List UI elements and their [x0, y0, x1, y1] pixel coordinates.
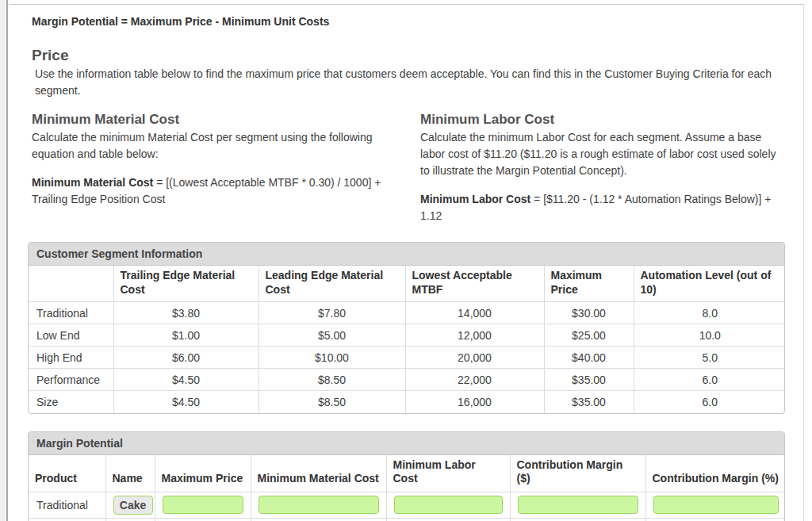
material-cost-column: Minimum Material Cost Calculate the mini…	[32, 112, 390, 224]
product-name-field[interactable]: Cake	[113, 496, 153, 515]
cell: $35.00	[544, 391, 634, 413]
row-label: High End	[29, 347, 113, 369]
cell: $40.00	[544, 347, 634, 369]
cell: $3.80	[113, 302, 259, 324]
cell	[386, 492, 510, 518]
column-header-maximum-price: Maximum Price	[155, 455, 251, 492]
two-column-section: Minimum Material Cost Calculate the mini…	[32, 112, 785, 224]
customer-segment-table: Trailing Edge Material Cost Leading Edge…	[29, 266, 786, 413]
material-equation-label: Minimum Material Cost	[32, 176, 153, 189]
column-header-contribution-margin-dollars: Contribution Margin ($)	[510, 455, 645, 492]
column-header-mtbf: Lowest Acceptable MTBF	[405, 266, 544, 302]
column-header-name: Name	[105, 455, 155, 492]
table-row-performance: Performance $4.50 $8.50 22,000 $35.00 6.…	[29, 369, 786, 391]
price-description: Use the information table below to find …	[35, 66, 784, 99]
margin-row-traditional: Traditional Cake	[29, 492, 786, 518]
cell: $30.00	[544, 302, 634, 324]
cell: 6.0	[634, 369, 786, 391]
column-header-min-material-cost: Minimum Material Cost	[251, 455, 386, 492]
content-panel: Margin Potential = Maximum Price - Minim…	[10, 4, 804, 521]
cell: $8.50	[259, 369, 405, 391]
row-label: Traditional	[29, 492, 105, 518]
table-row-low-end: Low End $1.00 $5.00 12,000 $25.00 10.0	[29, 324, 786, 347]
column-header-min-labor-cost: Minimum Labor Cost	[386, 455, 510, 492]
table-row-size: Size $4.50 $8.50 16,000 $35.00 6.0	[29, 391, 786, 413]
cell	[645, 492, 786, 518]
cell: $6.00	[113, 347, 259, 369]
max-price-input[interactable]	[163, 496, 243, 514]
page-title: Margin Potential = Maximum Price - Minim…	[32, 15, 785, 28]
margin-header-row: Product Name Maximum Price Minimum Mater…	[29, 455, 786, 492]
cell: $7.80	[259, 302, 405, 324]
material-cost-description: Calculate the minimum Material Cost per …	[32, 129, 390, 163]
cell	[251, 492, 386, 518]
cell: 12,000	[405, 324, 544, 347]
margin-potential-table: Product Name Maximum Price Minimum Mater…	[29, 455, 786, 521]
cell: Cake	[105, 492, 155, 518]
cell	[155, 492, 251, 518]
page-left-gutter	[0, 0, 8, 521]
row-label: Size	[29, 391, 113, 413]
cell: 22,000	[405, 369, 544, 391]
cell: $35.00	[544, 369, 634, 391]
cell: 10.0	[634, 324, 786, 347]
labor-cost-heading: Minimum Labor Cost	[420, 112, 785, 128]
segment-header-row: Trailing Edge Material Cost Leading Edge…	[29, 266, 786, 302]
min-labor-cost-input[interactable]	[394, 496, 503, 514]
column-header-blank	[29, 266, 113, 302]
cell: 8.0	[634, 302, 786, 324]
cell	[510, 492, 645, 518]
column-header-contribution-margin-percent: Contribution Margin (%)	[645, 455, 786, 492]
contribution-margin-dollars-input[interactable]	[518, 496, 638, 514]
material-cost-heading: Minimum Material Cost	[32, 112, 390, 128]
labor-cost-description: Calculate the minimum Labor Cost for eac…	[420, 129, 785, 179]
cell: $8.50	[259, 391, 405, 413]
labor-equation-label: Minimum Labor Cost	[420, 193, 530, 205]
cell: Ceda	[105, 518, 155, 521]
column-header-product: Product	[29, 455, 105, 492]
cell: $5.00	[259, 324, 405, 347]
cell: $4.50	[113, 391, 259, 413]
min-material-cost-input[interactable]	[259, 496, 379, 514]
labor-cost-column: Minimum Labor Cost Calculate the minimum…	[420, 112, 785, 224]
cell: 16,000	[405, 391, 544, 413]
cell	[155, 518, 251, 521]
table-row-high-end: High End $6.00 $10.00 20,000 $40.00 5.0	[29, 347, 786, 369]
margin-potential-panel: Margin Potential Product Name Maximum Pr…	[28, 431, 785, 521]
cell: $10.00	[259, 347, 405, 369]
cell	[645, 518, 786, 521]
cell	[510, 518, 645, 521]
column-header-max-price: Maximum Price	[544, 266, 634, 302]
customer-segment-panel-title: Customer Segment Information	[29, 243, 784, 266]
material-cost-equation: Minimum Material Cost = [(Lowest Accepta…	[32, 174, 390, 208]
column-header-trailing-edge: Trailing Edge Material Cost	[113, 266, 259, 302]
cell: $1.00	[113, 324, 259, 347]
row-label: Low End	[29, 518, 105, 521]
cell: 6.0	[634, 391, 786, 413]
row-label: Traditional	[29, 302, 113, 324]
column-header-leading-edge: Leading Edge Material Cost	[259, 266, 405, 302]
margin-row-low-end: Low End Ceda	[29, 518, 786, 521]
row-label: Low End	[29, 324, 113, 347]
cell	[251, 518, 386, 521]
cell: 5.0	[634, 347, 786, 369]
cell: $25.00	[544, 324, 634, 347]
contribution-margin-percent-input[interactable]	[653, 496, 779, 514]
labor-cost-equation: Minimum Labor Cost = [$11.20 - (1.12 * A…	[420, 191, 785, 224]
customer-segment-panel: Customer Segment Information Trailing Ed…	[28, 242, 785, 414]
table-row-traditional: Traditional $3.80 $7.80 14,000 $30.00 8.…	[29, 302, 786, 324]
cell: $4.50	[113, 369, 259, 391]
margin-potential-panel-title: Margin Potential	[29, 432, 784, 455]
column-header-automation: Automation Level (out of 10)	[634, 266, 786, 302]
cell: 14,000	[405, 302, 544, 324]
row-label: Performance	[29, 369, 113, 391]
cell	[386, 518, 510, 521]
cell: 20,000	[405, 347, 544, 369]
price-heading: Price	[32, 47, 785, 64]
